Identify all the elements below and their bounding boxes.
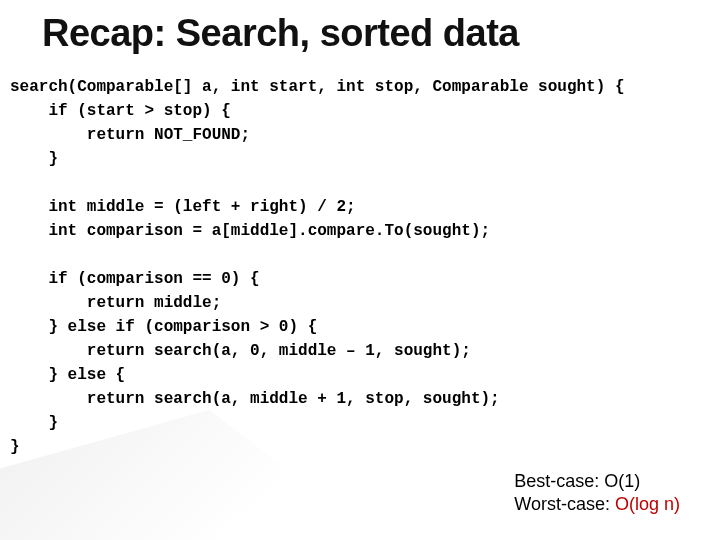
code-block: search(Comparable[] a, int start, int st… <box>10 75 625 459</box>
worst-case-line: Worst-case: O(log n) <box>514 493 680 516</box>
slide: Recap: Search, sorted data search(Compar… <box>0 0 720 540</box>
slide-title: Recap: Search, sorted data <box>42 12 519 55</box>
best-case-label: Best-case: <box>514 471 604 491</box>
worst-case-value: O(log n) <box>615 494 680 514</box>
best-case-line: Best-case: O(1) <box>514 470 680 493</box>
worst-case-label: Worst-case: <box>514 494 615 514</box>
best-case-value: O(1) <box>604 471 640 491</box>
complexity-box: Best-case: O(1) Worst-case: O(log n) <box>514 470 680 515</box>
